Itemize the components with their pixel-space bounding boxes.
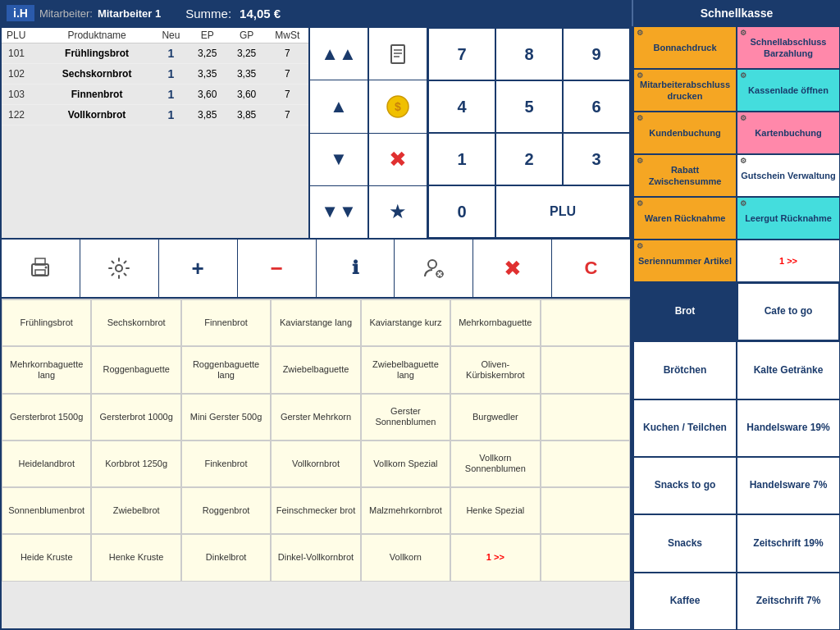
product-button[interactable]: Gersterbrot 1000g	[91, 394, 180, 441]
product-button[interactable]: Sonnenblumenbrot	[2, 487, 91, 534]
product-button[interactable]: Gerster Mehrkorn	[271, 394, 360, 441]
product-button[interactable]	[541, 346, 630, 393]
num-7[interactable]: 7	[428, 28, 495, 80]
num-9[interactable]: 9	[563, 28, 630, 80]
product-button[interactable]: Mehrkornbaguette	[450, 299, 540, 346]
product-button[interactable]: Frühlingsbrot	[2, 299, 91, 346]
category-button[interactable]: Handelsware 19%	[737, 399, 840, 457]
product-button[interactable]: Gerster Sonnenblumen	[361, 394, 450, 441]
product-button[interactable]: Roggenbaguette lang	[181, 346, 271, 393]
quick-button-label: Kassenlade öffnen	[748, 84, 829, 96]
minus-button[interactable]: −	[238, 240, 317, 297]
col-plu: PLU	[2, 28, 39, 43]
product-button[interactable]: Mehrkornbaguette lang	[2, 346, 91, 393]
quick-button-label: Mitarbeiterabschluss drucken	[637, 79, 733, 103]
product-button[interactable]: Finkenbrot	[181, 441, 271, 487]
category-button[interactable]: Snacks to go	[633, 457, 737, 514]
product-button[interactable]: Feinschmecker brot	[271, 487, 360, 534]
category-button[interactable]: Zeitschrift 19%	[737, 514, 840, 572]
quick-action-button[interactable]: ⚙Gutschein Verwaltung	[737, 154, 840, 197]
num-5[interactable]: 5	[495, 80, 563, 133]
product-button[interactable]: Dinkel-Vollkornbrot	[271, 534, 360, 581]
product-button[interactable]: Heide Kruste	[2, 534, 91, 581]
category-button[interactable]: Cafe to go	[737, 282, 840, 341]
product-button[interactable]: Sechskornbrot	[91, 299, 180, 346]
col-product: Produktname	[39, 28, 154, 43]
product-button[interactable]	[541, 299, 630, 346]
gear-icon: ⚙	[637, 157, 643, 167]
product-button[interactable]: Vollkorn	[361, 534, 450, 581]
product-button[interactable]: Dinkelbrot	[181, 534, 271, 581]
scroll-top-button[interactable]: ▲▲	[310, 28, 368, 80]
product-button[interactable]: Zwiebelbaguette	[271, 346, 360, 393]
num-4[interactable]: 4	[428, 80, 495, 133]
product-button[interactable]: Heidelandbrot	[2, 441, 91, 487]
product-button[interactable]: Oliven-Kürbiskernbrot	[450, 346, 540, 393]
product-button[interactable]: Vollkorn Spezial	[361, 441, 450, 487]
info-button[interactable]: ℹ	[317, 240, 395, 297]
quick-action-button[interactable]: ⚙Mitarbeiterabschluss drucken	[633, 69, 737, 112]
delete-button[interactable]: ✖	[369, 134, 427, 186]
col-mwst: MwSt	[267, 28, 309, 43]
num-8[interactable]: 8	[495, 28, 563, 80]
product-button[interactable]: Korbbrot 1250g	[91, 441, 180, 487]
clear-button[interactable]: C	[552, 240, 630, 297]
category-button[interactable]: Kuchen / Teilchen	[633, 399, 737, 457]
category-button[interactable]: Brot	[633, 282, 737, 341]
category-button[interactable]: Kaffee	[633, 573, 737, 630]
product-button[interactable]: Kaviarstange kurz	[361, 299, 450, 346]
product-button[interactable]: Finnenbrot	[181, 299, 271, 346]
quick-action-button[interactable]: ⚙Kartenbuchung	[737, 112, 840, 154]
product-button[interactable]: Zwiebelbaguette lang	[361, 346, 450, 393]
product-button[interactable]: Burgwedler	[450, 394, 540, 441]
product-button[interactable]: Henke Kruste	[91, 534, 180, 581]
quick-action-button[interactable]: ⚙Leergut Rücknahme	[737, 197, 840, 240]
num-1[interactable]: 1	[428, 133, 495, 185]
print-button[interactable]	[2, 240, 80, 297]
scroll-up-button[interactable]: ▲	[310, 80, 368, 133]
star-button[interactable]: ★	[369, 186, 427, 238]
product-button[interactable]: Henke Spezial	[450, 487, 540, 534]
plu-button[interactable]: PLU	[495, 185, 630, 238]
product-button[interactable]: Zwiebelbrot	[91, 487, 180, 534]
scroll-down-button[interactable]: ▼	[310, 134, 368, 186]
product-button[interactable]: Roggenbaguette	[91, 346, 180, 393]
product-button[interactable]	[541, 487, 630, 534]
quick-action-button[interactable]: ⚙Bonnachdruck	[633, 26, 737, 69]
category-button[interactable]: Handelsware 7%	[737, 457, 840, 514]
product-button[interactable]: Malzmehrkornbrot	[361, 487, 450, 534]
add-button[interactable]: +	[159, 240, 238, 297]
product-button[interactable]	[541, 534, 630, 581]
quick-action-button[interactable]: 1 >>	[737, 240, 840, 282]
product-button[interactable]: 1 >>	[450, 534, 540, 581]
quick-button-label: Rabatt Zwischensumme	[637, 164, 733, 188]
num-6[interactable]: 6	[563, 80, 630, 133]
settings-button[interactable]	[80, 240, 159, 297]
quick-action-button[interactable]: ⚙Schnellabschluss Barzahlung	[737, 26, 840, 69]
product-button[interactable]: Mini Gerster 500g	[181, 394, 271, 441]
cancel-button[interactable]: ✖	[473, 240, 552, 297]
quick-action-button[interactable]: ⚙Kassenlade öffnen	[737, 69, 840, 112]
category-button[interactable]: Zeitschrift 7%	[737, 573, 840, 630]
user-settings-button[interactable]	[395, 240, 473, 297]
product-button[interactable]: Roggenbrot	[181, 487, 271, 534]
quick-action-button[interactable]: ⚙Kundenbuchung	[633, 112, 737, 154]
product-button[interactable]: Vollkornbrot	[271, 441, 360, 487]
dollar-button[interactable]: $	[369, 80, 427, 133]
num-3[interactable]: 3	[563, 133, 630, 185]
num-0[interactable]: 0	[428, 185, 495, 238]
product-button[interactable]: Gersterbrot 1500g	[2, 394, 91, 441]
product-button[interactable]: Kaviarstange lang	[271, 299, 360, 346]
category-button[interactable]: Kalte Getränke	[737, 341, 840, 399]
receipt-button[interactable]	[369, 28, 427, 80]
quick-action-button[interactable]: ⚙Seriennummer Artikel	[633, 240, 737, 282]
product-button[interactable]	[541, 441, 630, 487]
quick-action-button[interactable]: ⚙Waren Rücknahme	[633, 197, 737, 240]
scroll-bottom-button[interactable]: ▼▼	[310, 186, 368, 238]
category-button[interactable]: Snacks	[633, 514, 737, 572]
quick-action-button[interactable]: ⚙Rabatt Zwischensumme	[633, 154, 737, 197]
num-2[interactable]: 2	[495, 133, 563, 185]
product-button[interactable]: Vollkorn Sonnenblumen	[450, 441, 540, 487]
product-button[interactable]	[541, 394, 630, 441]
category-button[interactable]: Brötchen	[633, 341, 737, 399]
